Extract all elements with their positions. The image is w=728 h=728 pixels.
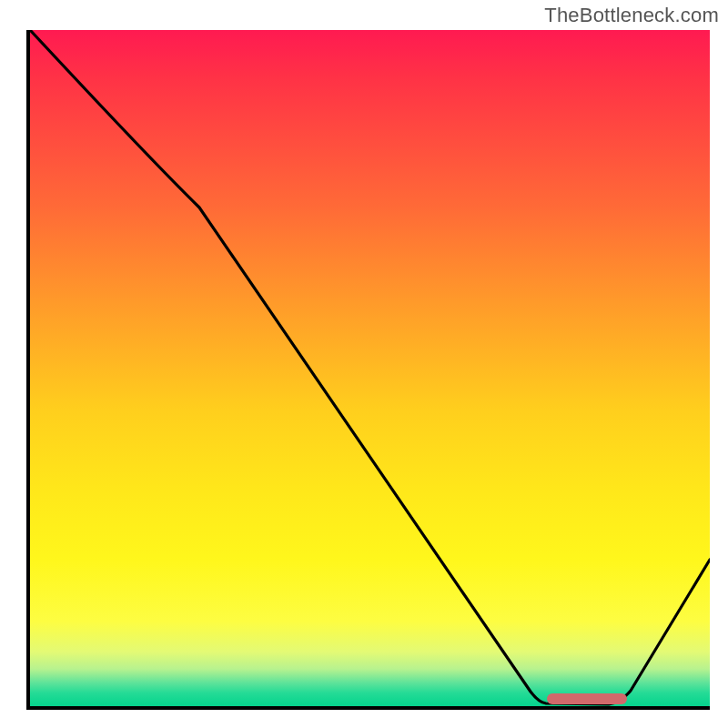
curve-layer bbox=[30, 30, 710, 710]
x-axis bbox=[26, 706, 710, 710]
chart-container: TheBottleneck.com bbox=[0, 0, 728, 728]
valley-marker bbox=[547, 693, 627, 704]
y-axis bbox=[26, 30, 30, 710]
credit-text: TheBottleneck.com bbox=[544, 4, 719, 27]
plot-area bbox=[30, 30, 710, 710]
bottleneck-curve bbox=[30, 30, 710, 704]
